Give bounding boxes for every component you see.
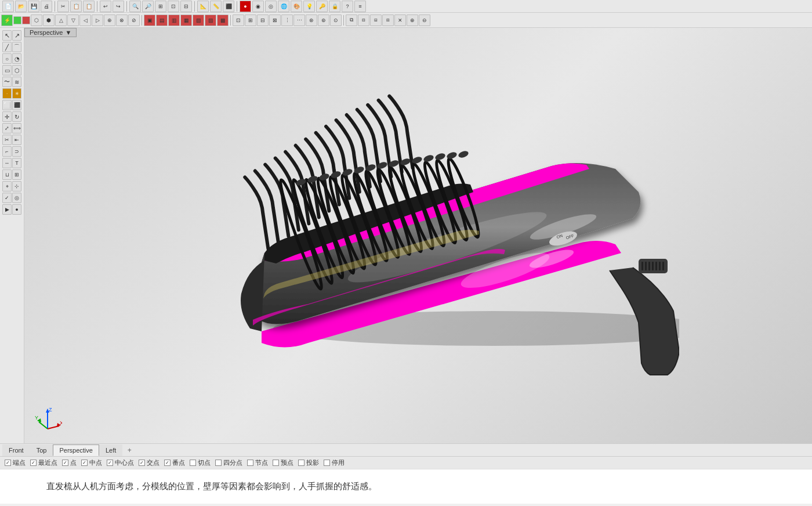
t5[interactable]: ◁ xyxy=(79,15,91,26)
zoom-all-btn[interactable]: ⊞ xyxy=(155,1,166,12)
snap-midpoint[interactable]: 中点 xyxy=(81,458,102,467)
select2-tool[interactable]: ↗ xyxy=(12,30,21,41)
snap-endpoints-cb[interactable] xyxy=(5,460,11,466)
render-btn[interactable]: ◉ xyxy=(252,1,264,12)
render3-tool[interactable]: ▶ xyxy=(2,204,12,215)
color-btn[interactable]: 🎨 xyxy=(291,1,302,12)
t20[interactable]: ⧈ xyxy=(358,15,369,26)
t14[interactable]: ⋮ xyxy=(281,15,293,26)
red-tool3[interactable]: ▥ xyxy=(168,15,180,26)
snap-project[interactable]: 投影 xyxy=(298,458,319,467)
freeform-tool[interactable]: 〜 xyxy=(2,77,12,87)
dist-btn[interactable]: 📏 xyxy=(210,1,222,12)
t25[interactable]: ⊖ xyxy=(419,15,430,26)
point-tool[interactable]: · xyxy=(2,88,12,99)
check-tool[interactable]: ✓ xyxy=(2,193,12,203)
t10[interactable]: ⊡ xyxy=(233,15,244,26)
snap-knot-cb[interactable] xyxy=(247,460,253,466)
red-sq[interactable] xyxy=(22,16,30,24)
grid-tool[interactable]: ⊞ xyxy=(12,169,21,180)
cut-btn[interactable]: ✂ xyxy=(57,1,69,12)
light-btn[interactable]: 💡 xyxy=(303,1,315,12)
print-btn[interactable]: 🖨 xyxy=(41,1,52,12)
zoom-select-btn[interactable]: ⊡ xyxy=(168,1,179,12)
viewport-label[interactable]: Perspective ▼ xyxy=(24,28,77,37)
t3[interactable]: △ xyxy=(55,15,67,26)
snap-nearest[interactable]: 最近点 xyxy=(30,458,57,467)
snap-disable[interactable]: 停用 xyxy=(324,458,345,467)
snap-tan-cb[interactable] xyxy=(190,460,196,466)
t9[interactable]: ⊘ xyxy=(128,15,140,26)
t19[interactable]: ⧉ xyxy=(346,15,357,26)
t24[interactable]: ⊕ xyxy=(407,15,418,26)
snap-quad[interactable]: 四分点 xyxy=(215,458,242,467)
add-viewport-btn[interactable]: + xyxy=(124,444,135,456)
red-tool5[interactable]: ▧ xyxy=(193,15,204,26)
t17[interactable]: ⊚ xyxy=(318,15,329,26)
t2[interactable]: ⬢ xyxy=(43,15,55,26)
t11[interactable]: ⊞ xyxy=(245,15,256,26)
new-file-btn[interactable]: 📄 xyxy=(2,1,14,12)
snap-point[interactable]: 点 xyxy=(62,458,77,467)
t7[interactable]: ⊕ xyxy=(104,15,115,26)
copy-btn[interactable]: 📋 xyxy=(70,1,82,12)
curve2-tool[interactable]: ⌒ xyxy=(12,42,21,52)
t6[interactable]: ▷ xyxy=(92,15,103,26)
t8[interactable]: ⊗ xyxy=(116,15,128,26)
t4[interactable]: ▽ xyxy=(67,15,79,26)
t21[interactable]: ⧇ xyxy=(370,15,382,26)
snap-perp-cb[interactable] xyxy=(164,460,171,466)
snap2-tool[interactable]: ⊹ xyxy=(12,181,21,191)
red-sphere-btn[interactable]: ● xyxy=(240,1,251,12)
analyze-tool[interactable]: ◎ xyxy=(12,193,21,203)
t18[interactable]: ⊙ xyxy=(330,15,342,26)
freeform2-tool[interactable]: ≋ xyxy=(12,77,21,87)
zoom-out-btn[interactable]: 🔎 xyxy=(142,1,154,12)
snap-tool[interactable]: ⌖ xyxy=(2,181,12,191)
snap-endpoints[interactable]: 端点 xyxy=(5,458,26,467)
snap-center-cb[interactable] xyxy=(107,460,113,466)
rotate-tool[interactable]: ↻ xyxy=(12,111,21,122)
globe-btn[interactable]: 🌐 xyxy=(278,1,289,12)
select-tool[interactable]: ↖ xyxy=(2,30,12,41)
t16[interactable]: ⊛ xyxy=(306,15,317,26)
surface2-tool[interactable]: ⬛ xyxy=(12,100,21,110)
red-tool7[interactable]: ▩ xyxy=(217,15,229,26)
t22[interactable]: ⧆ xyxy=(382,15,394,26)
red-tool1[interactable]: ▣ xyxy=(144,15,155,26)
key-btn[interactable]: 🔑 xyxy=(316,1,328,12)
fillet-tool[interactable]: ⌐ xyxy=(2,146,12,157)
tab-top[interactable]: Top xyxy=(30,444,53,456)
render4-tool[interactable]: ● xyxy=(12,204,21,215)
viewport-area[interactable]: Perspective ▼ xyxy=(24,28,812,443)
extra-btn[interactable]: ≡ xyxy=(354,1,366,12)
snap-perp[interactable]: 番点 xyxy=(164,458,185,467)
snap-intersect[interactable]: 交点 xyxy=(139,458,160,467)
snap-intersect-cb[interactable] xyxy=(139,460,145,466)
paste-btn[interactable]: 📋 xyxy=(83,1,95,12)
undo-btn[interactable]: ↩ xyxy=(100,1,111,12)
snap-vertex[interactable]: 预点 xyxy=(273,458,293,467)
zoom-window-btn[interactable]: ⊟ xyxy=(180,1,192,12)
snap-knot[interactable]: 节点 xyxy=(247,458,268,467)
open-btn[interactable]: 📂 xyxy=(15,1,27,12)
snap-point-cb[interactable] xyxy=(62,460,68,466)
surface-tool[interactable]: ⬜ xyxy=(2,100,12,110)
red-tool2[interactable]: ▤ xyxy=(156,15,168,26)
prop-btn[interactable]: 📐 xyxy=(197,1,209,12)
dim-tool[interactable]: ↔ xyxy=(2,158,12,168)
tab-left[interactable]: Left xyxy=(99,444,122,456)
scale-tool[interactable]: ⤢ xyxy=(2,123,12,133)
snap-quad-cb[interactable] xyxy=(215,460,222,466)
poly-tool[interactable]: ⬡ xyxy=(12,65,21,75)
t13[interactable]: ⊠ xyxy=(269,15,281,26)
extend-tool[interactable]: ⇤ xyxy=(12,135,21,145)
curve-tool[interactable]: ╱ xyxy=(2,42,12,52)
snap-nearest-cb[interactable] xyxy=(30,460,37,466)
viewport-canvas[interactable]: ON OFF xyxy=(24,28,812,443)
render2-btn[interactable]: ◎ xyxy=(265,1,277,12)
rect-tool[interactable]: ▭ xyxy=(2,65,12,75)
text-tool[interactable]: T xyxy=(12,158,21,168)
t23[interactable]: ✕ xyxy=(394,15,406,26)
lock-btn[interactable]: 🔒 xyxy=(329,1,340,12)
